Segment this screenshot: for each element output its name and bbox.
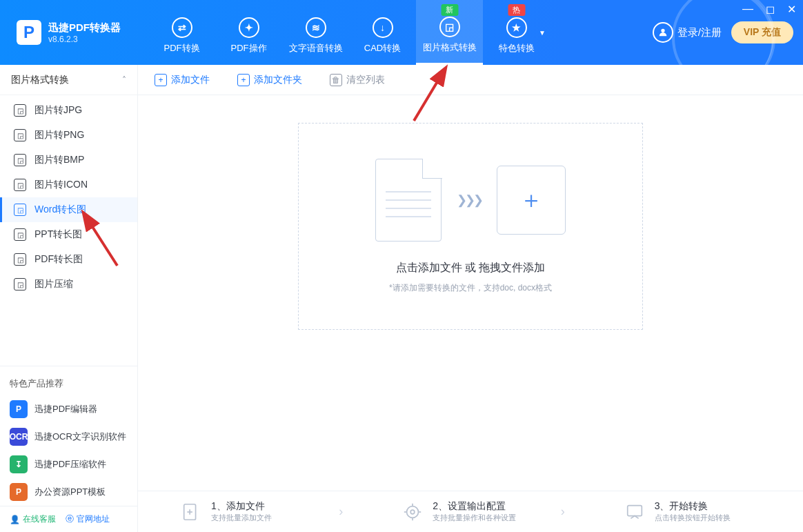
nav-label: 文字语音转换 [289, 42, 343, 55]
nav-tab-5[interactable]: 热★特色转换▼ [483, 0, 550, 65]
badge: 新 [441, 4, 458, 16]
sidebar-bottom-links: 👤 在线客服 ⓔ 官网地址 [0, 506, 137, 532]
sidebar-category-header[interactable]: 图片格式转换 ˄ [0, 65, 137, 95]
format-icon: ◲ [14, 154, 26, 166]
step-1: 1、添加文件 支持批量添加文件 › [138, 500, 359, 524]
reco-label: 办公资源PPT模板 [34, 486, 106, 498]
step-icon [179, 500, 203, 524]
reco-icon: OCR [10, 428, 28, 446]
sidebar-item-label: Word转长图 [34, 204, 86, 216]
step-3: 3、开始转换 点击转换按钮开始转换 [582, 500, 803, 524]
format-icon: ◲ [14, 129, 26, 141]
sidebar-item-label: PDF转长图 [34, 253, 83, 266]
nav-tab-1[interactable]: ✦PDF操作 [215, 0, 282, 65]
badge: 热 [508, 4, 525, 16]
sidebar-list: ◲ 图片转JPG◲ 图片转PNG◲ 图片转BMP◲ 图片转ICON◲ Word转… [0, 95, 137, 299]
nav-icon: ✦ [239, 17, 259, 38]
customer-service-link[interactable]: 👤 在线客服 [10, 513, 56, 525]
main-content: ❯ ❯ ❯ ＋ 点击添加文件 或 拖拽文件添加 *请添加需要转换的文件，支持do… [138, 95, 803, 491]
nav-icon: ≋ [306, 17, 326, 38]
sidebar-recommendations: 特色产品推荐 P 迅捷PDF编辑器OCR 迅捷OCR文字识别软件↧ 迅捷PDF压… [0, 366, 137, 506]
sidebar-reco-title: 特色产品推荐 [0, 373, 137, 395]
dropzone-hint: *请添加需要转换的文件，支持doc, docx格式 [389, 282, 552, 294]
arrows-icon: ❯ ❯ ❯ [457, 193, 481, 208]
nav-label: PDF操作 [231, 42, 267, 55]
reco-label: 迅捷OCR文字识别软件 [34, 431, 126, 443]
step-icon [623, 500, 646, 524]
window-controls: — ◻ ✕ [742, 3, 796, 16]
add-file-button[interactable]: + 添加文件 [155, 74, 210, 86]
trash-icon: 🗑 [330, 74, 342, 86]
sidebar-item-6[interactable]: ◲ PDF转长图 [0, 247, 137, 272]
dropzone-title: 点击添加文件 或 拖拽文件添加 [396, 261, 546, 275]
sidebar: 图片格式转换 ˄ ◲ 图片转JPG◲ 图片转PNG◲ 图片转BMP◲ 图片转IC… [0, 65, 138, 532]
format-icon: ◲ [14, 278, 26, 290]
nav-icon: ⇄ [172, 17, 192, 38]
format-icon: ◲ [14, 104, 26, 117]
nav-icon: ↓ [373, 17, 393, 38]
add-box-icon: ＋ [497, 166, 566, 235]
globe-icon: ⓔ [66, 513, 74, 525]
steps-bar: 1、添加文件 支持批量添加文件 › 2、设置输出配置 支持批量操作和各种设置 ›… [138, 491, 803, 532]
nav-tab-0[interactable]: ⇄PDF转换 [148, 0, 215, 65]
app-logo: P 迅捷PDF转换器 v8.6.2.3 [0, 20, 148, 45]
document-icon [375, 159, 442, 242]
close-button[interactable]: ✕ [787, 3, 796, 16]
svg-point-3 [407, 506, 419, 518]
nav-label: CAD转换 [364, 42, 401, 55]
sidebar-item-0[interactable]: ◲ 图片转JPG [0, 98, 137, 123]
nav-tab-2[interactable]: ≋文字语音转换 [282, 0, 349, 65]
sidebar-item-label: 图片转ICON [34, 179, 88, 191]
minimize-button[interactable]: — [742, 3, 753, 16]
format-icon: ◲ [14, 179, 26, 191]
svg-point-4 [411, 510, 415, 514]
reco-item-2[interactable]: ↧ 迅捷PDF压缩软件 [0, 451, 137, 478]
sidebar-item-3[interactable]: ◲ 图片转ICON [0, 173, 137, 197]
sidebar-item-4[interactable]: ◲ Word转长图 [0, 197, 137, 222]
format-icon: ◲ [14, 253, 26, 266]
reco-item-1[interactable]: OCR 迅捷OCR文字识别软件 [0, 423, 137, 451]
nav-icon: ★ [506, 17, 527, 38]
step-title: 1、添加文件 [211, 500, 272, 513]
clear-list-label: 清空列表 [346, 74, 385, 86]
sidebar-category-label: 图片格式转换 [11, 74, 69, 86]
reco-icon: ↧ [10, 455, 28, 473]
dropzone-illustration: ❯ ❯ ❯ ＋ [375, 159, 565, 242]
sidebar-item-label: 图片压缩 [34, 278, 73, 290]
sidebar-item-label: 图片转JPG [34, 104, 82, 117]
step-2: 2、设置输出配置 支持批量操作和各种设置 › [359, 500, 581, 524]
sidebar-item-label: 图片转BMP [34, 154, 84, 166]
app-title: 迅捷PDF转换器 [48, 21, 121, 35]
nav-tab-3[interactable]: ↓CAD转换 [349, 0, 416, 65]
action-toolbar: + 添加文件 + 添加文件夹 🗑 清空列表 [138, 65, 803, 95]
sidebar-item-2[interactable]: ◲ 图片转BMP [0, 148, 137, 173]
reco-icon: P [10, 400, 28, 418]
file-dropzone[interactable]: ❯ ❯ ❯ ＋ 点击添加文件 或 拖拽文件添加 *请添加需要转换的文件，支持do… [298, 123, 643, 330]
svg-rect-9 [627, 505, 642, 515]
step-icon [401, 500, 424, 524]
sidebar-item-7[interactable]: ◲ 图片压缩 [0, 272, 137, 297]
app-version: v8.6.2.3 [48, 35, 121, 44]
nav-tab-4[interactable]: 新◲图片格式转换 [416, 0, 483, 65]
folder-plus-icon: + [237, 74, 250, 86]
nav-label: 图片格式转换 [423, 41, 477, 54]
official-site-link[interactable]: ⓔ 官网地址 [66, 513, 110, 525]
clear-list-button[interactable]: 🗑 清空列表 [330, 74, 385, 86]
reco-item-3[interactable]: P 办公资源PPT模板 [0, 478, 137, 506]
chevron-right-icon: › [561, 504, 565, 519]
step-title: 3、开始转换 [655, 500, 731, 513]
chevron-right-icon: › [339, 504, 343, 519]
nav-label: 特色转换 [499, 42, 535, 55]
step-subtitle: 支持批量操作和各种设置 [433, 513, 516, 523]
add-folder-button[interactable]: + 添加文件夹 [237, 74, 302, 86]
sidebar-item-5[interactable]: ◲ PPT转长图 [0, 222, 137, 247]
format-icon: ◲ [14, 204, 26, 216]
sidebar-item-label: 图片转PNG [34, 129, 84, 141]
add-folder-label: 添加文件夹 [254, 74, 302, 86]
maximize-button[interactable]: ◻ [766, 3, 775, 16]
reco-icon: P [10, 483, 28, 501]
chevron-down-icon: ▼ [539, 29, 546, 37]
sidebar-item-1[interactable]: ◲ 图片转PNG [0, 123, 137, 148]
reco-item-0[interactable]: P 迅捷PDF编辑器 [0, 395, 137, 423]
app-header: — ◻ ✕ P 迅捷PDF转换器 v8.6.2.3 ⇄PDF转换✦PDF操作≋文… [0, 0, 803, 65]
